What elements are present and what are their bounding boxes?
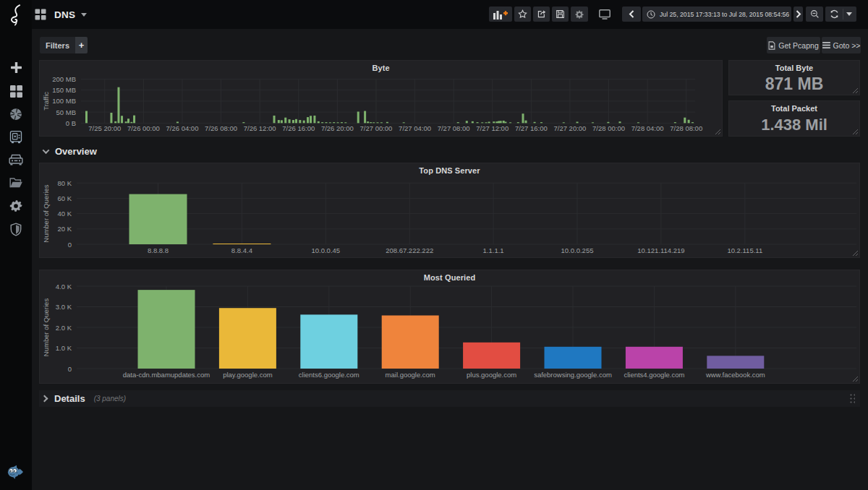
byte-bar[interactable] <box>607 122 609 124</box>
byte-bar[interactable] <box>278 120 280 123</box>
get-pcapng-button[interactable]: Get Pcapng <box>767 37 820 53</box>
category-bar[interactable] <box>626 347 683 369</box>
byte-chart[interactable]: 0 B50 MB100 MB150 MB200 MB7/25 20:007/26… <box>40 61 723 137</box>
byte-bar[interactable] <box>313 116 315 123</box>
byte-bar[interactable] <box>522 113 524 123</box>
sidebar-item-vault[interactable] <box>0 126 32 147</box>
zoom-out-button[interactable] <box>806 7 823 22</box>
category-bar[interactable] <box>382 315 439 369</box>
total-packet-title[interactable]: Total Packet <box>729 104 859 113</box>
byte-bar[interactable] <box>114 121 116 123</box>
byte-bar[interactable] <box>488 121 490 123</box>
byte-bar[interactable] <box>110 113 112 123</box>
row-drag-handle-icon[interactable] <box>848 392 855 405</box>
byte-bar[interactable] <box>325 122 327 123</box>
sidebar-item-create[interactable] <box>0 56 32 78</box>
resize-handle-icon[interactable] <box>852 87 859 94</box>
sidebar-item-dashboards[interactable] <box>0 80 32 102</box>
time-range-picker[interactable]: Jul 25, 2015 17:33:13 to Jul 28, 2015 08… <box>642 7 791 22</box>
byte-bar[interactable] <box>318 121 320 123</box>
category-bar[interactable] <box>129 194 187 244</box>
resize-handle-icon[interactable] <box>715 129 721 135</box>
category-bar[interactable] <box>213 244 271 244</box>
category-bar[interactable] <box>300 314 357 369</box>
time-forward-button[interactable] <box>793 7 803 22</box>
add-panel-button[interactable] <box>489 7 512 22</box>
dashboard-settings-button[interactable] <box>571 7 588 22</box>
byte-bar[interactable] <box>493 121 495 123</box>
goto-button[interactable]: Goto >> <box>822 37 861 53</box>
resize-handle-icon[interactable] <box>852 129 859 135</box>
byte-bar[interactable] <box>540 122 542 123</box>
byte-bar[interactable] <box>495 121 498 123</box>
resize-handle-icon[interactable] <box>852 376 859 382</box>
byte-bar[interactable] <box>130 122 132 124</box>
byte-bar[interactable] <box>333 122 335 123</box>
sidebar-item-security[interactable] <box>0 218 32 240</box>
byte-bar[interactable] <box>504 121 506 123</box>
byte-bar[interactable] <box>509 122 511 123</box>
byte-bar[interactable] <box>466 121 468 123</box>
byte-bar[interactable] <box>357 111 359 123</box>
details-row-header[interactable]: Details (3 panels) <box>43 390 126 407</box>
filters-label[interactable]: Filters <box>40 37 75 53</box>
share-button[interactable] <box>533 7 550 22</box>
byte-bar[interactable] <box>292 120 294 123</box>
byte-bar[interactable] <box>281 120 283 123</box>
byte-bar[interactable] <box>370 122 372 123</box>
byte-bar[interactable] <box>125 121 127 123</box>
byte-bar[interactable] <box>344 122 346 123</box>
byte-bar[interactable] <box>380 122 383 123</box>
byte-bar[interactable] <box>692 122 694 123</box>
category-bar[interactable] <box>138 290 195 369</box>
most-queried-chart[interactable]: 01.0 K2.0 K3.0 K4.0 Kdata-cdn.mbamupdate… <box>40 270 861 384</box>
byte-bar[interactable] <box>295 119 297 123</box>
byte-bar[interactable] <box>525 121 527 124</box>
byte-bar[interactable] <box>500 121 502 123</box>
byte-bar[interactable] <box>341 122 343 123</box>
total-byte-title[interactable]: Total Byte <box>729 64 859 72</box>
resize-handle-icon[interactable] <box>852 250 859 257</box>
byte-bar[interactable] <box>498 121 500 124</box>
refresh-button[interactable] <box>825 7 856 22</box>
star-button[interactable] <box>514 7 531 22</box>
byte-bar[interactable] <box>273 116 276 123</box>
byte-bar[interactable] <box>310 116 312 123</box>
byte-bar[interactable] <box>576 121 579 123</box>
byte-bar[interactable] <box>534 122 536 124</box>
app-logo[interactable] <box>7 4 25 26</box>
byte-bar[interactable] <box>481 122 483 123</box>
byte-bar[interactable] <box>289 119 291 123</box>
byte-bar[interactable] <box>299 120 301 123</box>
byte-bar[interactable] <box>485 122 488 123</box>
details-row[interactable]: Details (3 panels) <box>39 390 860 407</box>
byte-bar[interactable] <box>592 122 594 123</box>
sidebar-item-settings[interactable] <box>0 195 32 217</box>
byte-bar[interactable] <box>386 122 388 124</box>
category-bar[interactable] <box>463 343 520 369</box>
byte-bar[interactable] <box>377 122 379 123</box>
byte-bar[interactable] <box>674 122 676 123</box>
dashboard-breadcrumb[interactable]: DNS <box>35 0 87 29</box>
overview-row-toggle[interactable]: Overview <box>43 145 97 158</box>
byte-bar[interactable] <box>477 122 479 123</box>
byte-bar[interactable] <box>121 116 123 123</box>
sidebar-item-files[interactable] <box>0 172 32 194</box>
byte-bar[interactable] <box>403 122 405 123</box>
byte-bar[interactable] <box>321 122 323 123</box>
byte-bar[interactable] <box>176 121 179 123</box>
time-back-button[interactable] <box>622 7 641 22</box>
add-filter-button[interactable]: + <box>75 37 88 53</box>
refresh-interval-caret-icon[interactable] <box>846 12 852 16</box>
category-bar[interactable] <box>545 347 602 369</box>
byte-bar[interactable] <box>457 122 459 123</box>
byte-bar[interactable] <box>307 117 309 123</box>
byte-bar[interactable] <box>329 122 331 123</box>
sidebar-item-storage[interactable] <box>0 149 32 171</box>
byte-bar[interactable] <box>127 119 129 123</box>
byte-bar[interactable] <box>563 122 565 123</box>
byte-bar[interactable] <box>367 121 369 123</box>
byte-bar[interactable] <box>85 111 88 124</box>
byte-bar[interactable] <box>503 121 505 123</box>
category-bar[interactable] <box>219 308 276 369</box>
